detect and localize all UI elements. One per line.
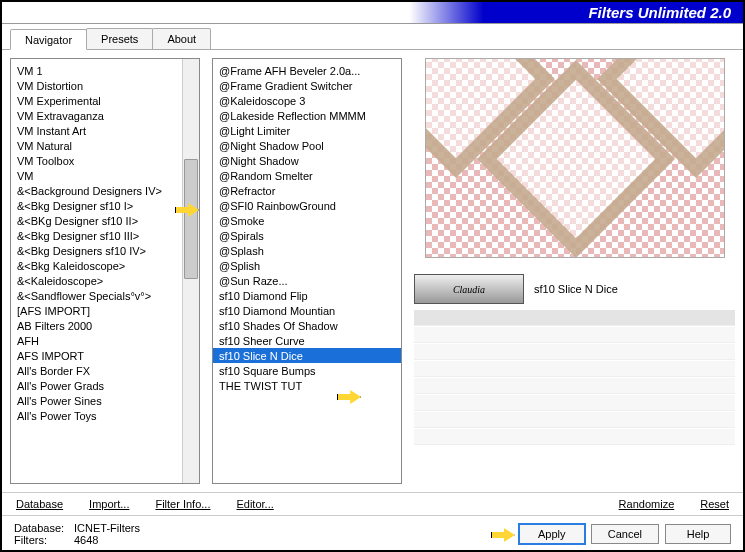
category-item[interactable]: VM 1 — [11, 63, 199, 78]
author-badge: Claudia — [414, 274, 524, 304]
category-item[interactable]: [AFS IMPORT] — [11, 303, 199, 318]
database-link[interactable]: Database — [16, 498, 63, 510]
import-link[interactable]: Import... — [89, 498, 129, 510]
category-item[interactable]: &<Bkg Designer sf10 I> — [11, 198, 199, 213]
filter-item[interactable]: @Night Shadow — [213, 153, 401, 168]
slider-row — [414, 429, 735, 445]
category-item[interactable]: VM Natural — [11, 138, 199, 153]
scroll-thumb[interactable] — [184, 159, 198, 279]
filter-item[interactable]: sf10 Diamond Flip — [213, 288, 401, 303]
titlebar: Filters Unlimited 2.0 — [2, 2, 743, 24]
tab-navigator[interactable]: Navigator — [10, 29, 87, 50]
filter-item[interactable]: @Random Smelter — [213, 168, 401, 183]
category-item[interactable]: &<Bkg Kaleidoscope> — [11, 258, 199, 273]
category-item[interactable]: All's Power Grads — [11, 378, 199, 393]
cancel-button[interactable]: Cancel — [591, 524, 659, 544]
category-item[interactable]: All's Power Toys — [11, 408, 199, 423]
preview-image — [425, 58, 725, 258]
category-item[interactable]: AFS IMPORT — [11, 348, 199, 363]
slider-row — [414, 412, 735, 428]
filter-item[interactable]: @Frame AFH Beveler 2.0a... — [213, 63, 401, 78]
filter-info-link[interactable]: Filter Info... — [155, 498, 210, 510]
filter-item[interactable]: @Kaleidoscope 3 — [213, 93, 401, 108]
filter-item[interactable]: sf10 Sheer Curve — [213, 333, 401, 348]
category-item[interactable]: &<BKg Designer sf10 II> — [11, 213, 199, 228]
right-panel: Claudia sf10 Slice N Dice — [414, 58, 735, 484]
filter-count-value: 4648 — [74, 534, 98, 546]
filter-item[interactable]: @Smoke — [213, 213, 401, 228]
category-item[interactable]: &<Bkg Designers sf10 IV> — [11, 243, 199, 258]
slider-row — [414, 395, 735, 411]
tab-about[interactable]: About — [152, 28, 211, 49]
reset-link[interactable]: Reset — [700, 498, 729, 510]
link-toolbar: Database Import... Filter Info... Editor… — [2, 492, 743, 516]
window-title: Filters Unlimited 2.0 — [588, 4, 731, 21]
filter-item[interactable]: sf10 Shades Of Shadow — [213, 318, 401, 333]
category-item[interactable]: &<Sandflower Specials°v°> — [11, 288, 199, 303]
filter-item[interactable]: THE TWIST TUT — [213, 378, 401, 393]
filter-item[interactable]: @Frame Gradient Switcher — [213, 78, 401, 93]
slider-row — [414, 378, 735, 394]
category-item[interactable]: &<Kaleidoscope> — [11, 273, 199, 288]
filter-item[interactable]: @Refractor — [213, 183, 401, 198]
filter-column: @Frame AFH Beveler 2.0a...@Frame Gradien… — [212, 58, 402, 484]
parameter-sliders — [414, 310, 735, 446]
category-item[interactable]: All's Power Sines — [11, 393, 199, 408]
footer: Database:ICNET-Filters Filters:4648 Appl… — [2, 516, 743, 552]
filter-item[interactable]: @Splish — [213, 258, 401, 273]
apply-button[interactable]: Apply — [519, 524, 585, 544]
category-item[interactable]: VM Experimental — [11, 93, 199, 108]
filter-name-row: Claudia sf10 Slice N Dice — [414, 274, 735, 304]
randomize-link[interactable]: Randomize — [619, 498, 675, 510]
filter-item[interactable]: @Lakeside Reflection MMMM — [213, 108, 401, 123]
filter-item[interactable]: @Night Shadow Pool — [213, 138, 401, 153]
slider-row — [414, 344, 735, 360]
slider-row — [414, 361, 735, 377]
category-item[interactable]: AB Filters 2000 — [11, 318, 199, 333]
filter-item[interactable]: @Spirals — [213, 228, 401, 243]
footer-buttons: Apply Cancel Help — [519, 524, 731, 544]
category-item[interactable]: &<Bkg Designer sf10 III> — [11, 228, 199, 243]
slider-row — [414, 327, 735, 343]
category-scrollbar[interactable] — [182, 59, 199, 483]
filter-item[interactable]: @SFI0 RainbowGround — [213, 198, 401, 213]
filter-listbox[interactable]: @Frame AFH Beveler 2.0a...@Frame Gradien… — [212, 58, 402, 484]
category-item[interactable]: VM Toolbox — [11, 153, 199, 168]
filter-item[interactable]: sf10 Square Bumps — [213, 363, 401, 378]
filter-item[interactable]: @Light Limiter — [213, 123, 401, 138]
pointer-hand-icon — [489, 524, 517, 546]
category-item[interactable]: All's Border FX — [11, 363, 199, 378]
db-value: ICNET-Filters — [74, 522, 140, 534]
filter-count-label: Filters: — [14, 534, 74, 546]
category-item[interactable]: AFH — [11, 333, 199, 348]
category-column: VM 1VM DistortionVM ExperimentalVM Extra… — [10, 58, 200, 484]
slider-row[interactable] — [414, 310, 735, 326]
category-item[interactable]: VM Distortion — [11, 78, 199, 93]
footer-info: Database:ICNET-Filters Filters:4648 — [14, 522, 140, 546]
filter-item[interactable]: @Sun Raze... — [213, 273, 401, 288]
category-item[interactable]: VM Extravaganza — [11, 108, 199, 123]
filter-item[interactable]: sf10 Slice N Dice — [213, 348, 401, 363]
category-item[interactable]: VM — [11, 168, 199, 183]
selected-filter-name: sf10 Slice N Dice — [534, 283, 618, 295]
tab-strip: NavigatorPresetsAbout — [2, 24, 743, 50]
category-item[interactable]: VM Instant Art — [11, 123, 199, 138]
editor-link[interactable]: Editor... — [236, 498, 273, 510]
db-label: Database: — [14, 522, 74, 534]
filter-item[interactable]: sf10 Diamond Mountian — [213, 303, 401, 318]
help-button[interactable]: Help — [665, 524, 731, 544]
filter-item[interactable]: @Splash — [213, 243, 401, 258]
category-item[interactable]: &<Background Designers IV> — [11, 183, 199, 198]
category-listbox[interactable]: VM 1VM DistortionVM ExperimentalVM Extra… — [10, 58, 200, 484]
main-area: VM 1VM DistortionVM ExperimentalVM Extra… — [2, 50, 743, 492]
tab-presets[interactable]: Presets — [86, 28, 153, 49]
